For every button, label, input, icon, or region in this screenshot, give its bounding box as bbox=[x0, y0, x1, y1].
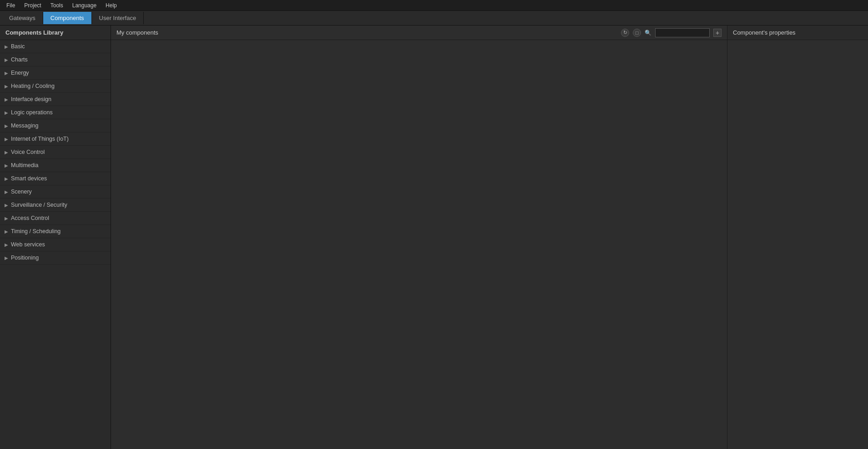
sidebar-item-basic-label: Basic bbox=[11, 43, 25, 50]
right-panel: Component's properties bbox=[727, 26, 868, 449]
sidebar-item-interface-design-chevron-icon: ▶ bbox=[5, 97, 8, 102]
tabbar: GatewaysComponentsUser Interface bbox=[0, 11, 868, 26]
sidebar-item-timing-scheduling-chevron-icon: ▶ bbox=[5, 229, 8, 234]
sidebar-item-iot[interactable]: ▶Internet of Things (IoT) bbox=[0, 133, 111, 146]
sidebar-item-smart-devices[interactable]: ▶Smart devices bbox=[0, 172, 111, 185]
sidebar-item-positioning-chevron-icon: ▶ bbox=[5, 255, 8, 260]
sidebar-item-charts-chevron-icon: ▶ bbox=[5, 57, 8, 62]
sidebar-item-charts[interactable]: ▶Charts bbox=[0, 53, 111, 66]
sidebar-item-interface-design[interactable]: ▶Interface design bbox=[0, 93, 111, 106]
sidebar-item-heating-cooling[interactable]: ▶Heating / Cooling bbox=[0, 80, 111, 93]
main-layout: Components Library ▶Basic▶Charts▶Energy▶… bbox=[0, 26, 868, 449]
search-icon: 🔍 bbox=[645, 30, 651, 36]
sidebar-item-heating-cooling-chevron-icon: ▶ bbox=[5, 84, 8, 89]
sidebar-item-messaging-chevron-icon: ▶ bbox=[5, 123, 8, 128]
sidebar-item-web-services-label: Web services bbox=[11, 241, 45, 248]
sidebar-item-energy-chevron-icon: ▶ bbox=[5, 71, 8, 76]
language-menu[interactable]: Language bbox=[68, 1, 101, 10]
sidebar-item-iot-chevron-icon: ▶ bbox=[5, 137, 8, 142]
center-title: My components bbox=[116, 29, 617, 36]
sidebar-item-timing-scheduling-label: Timing / Scheduling bbox=[11, 228, 61, 235]
menubar: FileProjectToolsLanguageHelp bbox=[0, 0, 868, 11]
sidebar-item-scenery-chevron-icon: ▶ bbox=[5, 189, 8, 194]
project-menu[interactable]: Project bbox=[20, 1, 45, 10]
sidebar-item-messaging-label: Messaging bbox=[11, 122, 38, 129]
sidebar-item-energy[interactable]: ▶Energy bbox=[0, 66, 111, 80]
sidebar-item-positioning-label: Positioning bbox=[11, 255, 39, 261]
sidebar-item-logic-operations[interactable]: ▶Logic operations bbox=[0, 106, 111, 119]
sidebar-item-heating-cooling-label: Heating / Cooling bbox=[11, 83, 55, 89]
sidebar-item-web-services[interactable]: ▶Web services bbox=[0, 238, 111, 251]
sidebar-item-basic[interactable]: ▶Basic bbox=[0, 40, 111, 53]
sidebar-item-access-control[interactable]: ▶Access Control bbox=[0, 212, 111, 225]
help-menu[interactable]: Help bbox=[101, 1, 121, 10]
sidebar-item-voice-control-label: Voice Control bbox=[11, 149, 45, 155]
sidebar-item-smart-devices-chevron-icon: ▶ bbox=[5, 176, 8, 181]
sidebar-item-voice-control-chevron-icon: ▶ bbox=[5, 150, 8, 155]
sidebar-item-access-control-label: Access Control bbox=[11, 215, 49, 221]
sidebar-item-charts-label: Charts bbox=[11, 56, 28, 63]
sidebar-item-web-services-chevron-icon: ▶ bbox=[5, 242, 8, 247]
sidebar-item-multimedia-chevron-icon: ▶ bbox=[5, 163, 8, 168]
sidebar-item-timing-scheduling[interactable]: ▶Timing / Scheduling bbox=[0, 225, 111, 238]
right-panel-title: Component's properties bbox=[727, 26, 868, 40]
tab-user-interface[interactable]: User Interface bbox=[92, 12, 144, 24]
sidebar-item-access-control-chevron-icon: ▶ bbox=[5, 216, 8, 221]
sidebar-item-scenery[interactable]: ▶Scenery bbox=[0, 185, 111, 199]
sidebar-item-surveillance-security[interactable]: ▶Surveillance / Security bbox=[0, 199, 111, 212]
sidebar-item-basic-chevron-icon: ▶ bbox=[5, 44, 8, 49]
add-button[interactable]: + bbox=[713, 29, 722, 37]
close-button[interactable]: □ bbox=[633, 29, 641, 37]
tools-menu[interactable]: Tools bbox=[46, 1, 68, 10]
sidebar-item-smart-devices-label: Smart devices bbox=[11, 175, 47, 182]
sidebar-title: Components Library bbox=[0, 26, 111, 40]
sidebar-item-energy-label: Energy bbox=[11, 70, 29, 76]
sidebar-item-positioning[interactable]: ▶Positioning bbox=[0, 251, 111, 265]
center-header: My components ↻ □ 🔍 + bbox=[111, 26, 727, 40]
tab-gateways[interactable]: Gateways bbox=[2, 12, 43, 24]
sidebar-item-surveillance-security-label: Surveillance / Security bbox=[11, 202, 67, 208]
center-panel: My components ↻ □ 🔍 + bbox=[111, 26, 727, 449]
sidebar-item-multimedia[interactable]: ▶Multimedia bbox=[0, 159, 111, 172]
sidebar-item-iot-label: Internet of Things (IoT) bbox=[11, 136, 69, 142]
center-body bbox=[111, 40, 727, 449]
sidebar-item-multimedia-label: Multimedia bbox=[11, 162, 38, 168]
sidebar-item-voice-control[interactable]: ▶Voice Control bbox=[0, 146, 111, 159]
sidebar-item-interface-design-label: Interface design bbox=[11, 96, 51, 102]
file-menu[interactable]: File bbox=[2, 1, 20, 10]
sidebar-item-logic-operations-chevron-icon: ▶ bbox=[5, 110, 8, 115]
sidebar-item-scenery-label: Scenery bbox=[11, 189, 32, 195]
sidebar-item-messaging[interactable]: ▶Messaging bbox=[0, 119, 111, 133]
sidebar-item-logic-operations-label: Logic operations bbox=[11, 109, 53, 116]
sidebar-item-surveillance-security-chevron-icon: ▶ bbox=[5, 203, 8, 208]
sidebar: Components Library ▶Basic▶Charts▶Energy▶… bbox=[0, 26, 111, 449]
search-input[interactable] bbox=[655, 28, 710, 37]
refresh-button[interactable]: ↻ bbox=[621, 29, 629, 37]
tab-components[interactable]: Components bbox=[43, 12, 92, 24]
